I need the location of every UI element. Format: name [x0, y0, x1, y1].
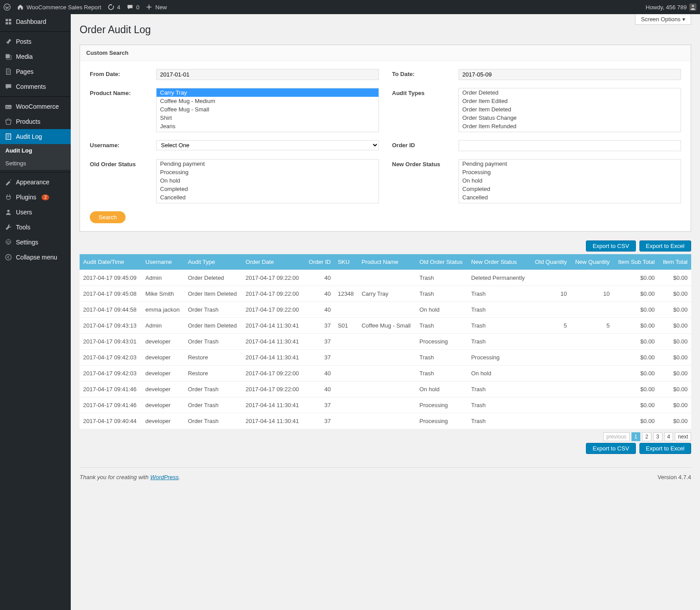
sidebar-item-products[interactable]: Products: [0, 114, 71, 129]
old-status-select[interactable]: Pending paymentProcessingOn holdComplete…: [156, 159, 379, 203]
sidebar-item-users[interactable]: Users: [0, 205, 71, 220]
from-date-input[interactable]: [156, 69, 379, 80]
settings-icon: [4, 238, 12, 246]
cell-tot: $0.00: [658, 302, 691, 318]
appearance-icon: [4, 178, 12, 186]
pager-previous[interactable]: previous: [603, 432, 629, 441]
col-header[interactable]: Old Quantity: [530, 254, 570, 270]
to-date-input[interactable]: [459, 69, 681, 80]
sidebar-item-collapse-menu[interactable]: Collapse menu: [0, 250, 71, 265]
export-csv-button[interactable]: Export to CSV: [586, 240, 635, 252]
col-header[interactable]: Username: [142, 254, 184, 270]
cell-user: Mike Smith: [142, 286, 184, 302]
col-header[interactable]: Old Order Status: [416, 254, 467, 270]
sidebar-item-dashboard[interactable]: Dashboard: [0, 14, 71, 29]
col-header[interactable]: Audit Type: [184, 254, 242, 270]
username-select[interactable]: Select One: [156, 140, 379, 150]
updates-link[interactable]: 4: [107, 4, 120, 11]
pager-page[interactable]: 1: [631, 432, 641, 441]
sidebar-item-settings[interactable]: Settings: [0, 235, 71, 250]
option[interactable]: Order Item Refunded: [459, 122, 681, 130]
option[interactable]: Coffee Mug - Small: [157, 105, 379, 114]
sidebar-item-media[interactable]: Media: [0, 49, 71, 64]
page-title: Order Audit Log: [80, 24, 691, 36]
col-header[interactable]: New Quantity: [570, 254, 613, 270]
search-button[interactable]: Search: [90, 211, 126, 223]
col-header[interactable]: Order Date: [242, 254, 304, 270]
col-header[interactable]: Audit Date/Time: [80, 254, 142, 270]
cell-pname: [358, 350, 416, 366]
wordpress-link[interactable]: WordPress: [150, 474, 179, 480]
site-name-link[interactable]: WooCommerce Sales Report: [17, 4, 101, 11]
option[interactable]: Pending payment: [157, 160, 379, 168]
home-icon: [17, 4, 24, 11]
option[interactable]: Processing: [157, 168, 379, 176]
option[interactable]: Order Item Edited: [459, 97, 681, 105]
pager-page[interactable]: 4: [664, 432, 673, 441]
col-header[interactable]: New Order Status: [467, 254, 530, 270]
cell-dt: 2017-04-17 09:41:46: [80, 397, 142, 413]
cell-sku: [334, 413, 358, 429]
col-header[interactable]: Item Sub Total: [613, 254, 658, 270]
howdy-link[interactable]: Howdy, 456 789: [646, 4, 696, 11]
export-csv-button-bottom[interactable]: Export to CSV: [586, 443, 635, 454]
cell-dt: 2017-04-17 09:42:03: [80, 366, 142, 381]
option[interactable]: Order Item Deleted: [459, 105, 681, 114]
option[interactable]: Pending payment: [459, 160, 681, 168]
option[interactable]: Order Deleted: [459, 88, 681, 97]
submenu-item-settings[interactable]: Settings: [0, 157, 71, 170]
screen-options-toggle[interactable]: Screen Options ▾: [635, 14, 691, 25]
new-link[interactable]: New: [145, 4, 167, 11]
pager-page[interactable]: 3: [653, 432, 662, 441]
sidebar-item-pages[interactable]: Pages: [0, 64, 71, 79]
sidebar-item-plugins[interactable]: Plugins2: [0, 190, 71, 205]
sidebar-item-woocommerce[interactable]: WooWooCommerce: [0, 99, 71, 114]
option[interactable]: Completed: [459, 185, 681, 193]
cell-user: emma jackon: [142, 302, 184, 318]
pager-page[interactable]: 2: [642, 432, 651, 441]
option[interactable]: Carry Tray: [157, 88, 379, 97]
new-status-select[interactable]: Pending paymentProcessingOn holdComplete…: [459, 159, 681, 203]
export-excel-button-bottom[interactable]: Export to Excel: [639, 443, 691, 454]
option[interactable]: Order Status Change: [459, 114, 681, 122]
sidebar-item-tools[interactable]: Tools: [0, 220, 71, 235]
export-excel-button[interactable]: Export to Excel: [639, 240, 691, 252]
option[interactable]: Cancelled: [157, 193, 379, 202]
cell-new: Trash: [467, 397, 530, 413]
option[interactable]: Cancelled: [459, 193, 681, 202]
cell-sub: $0.00: [613, 318, 658, 334]
pager-next[interactable]: next: [675, 432, 691, 441]
product-name-select[interactable]: Carry TrayCoffee Mug - MediumCoffee Mug …: [156, 88, 379, 132]
sidebar-item-posts[interactable]: Posts: [0, 34, 71, 49]
option[interactable]: Completed: [157, 185, 379, 193]
admin-sidebar: DashboardPostsMediaPagesCommentsWooWooCo…: [0, 14, 71, 610]
col-header[interactable]: SKU: [334, 254, 358, 270]
option[interactable]: Coffee Mug - Medium: [157, 97, 379, 105]
submenu-item-audit-log[interactable]: Audit Log: [0, 144, 71, 157]
comments-link[interactable]: 0: [126, 4, 139, 11]
audit-types-select[interactable]: Order DeletedOrder Item EditedOrder Item…: [459, 88, 681, 132]
option[interactable]: Shirt: [157, 114, 379, 122]
cell-pname: [358, 302, 416, 318]
col-header[interactable]: Item Total: [658, 254, 691, 270]
cell-user: Admin: [142, 318, 184, 334]
col-header[interactable]: Product Name: [358, 254, 416, 270]
sidebar-item-audit-log[interactable]: Audit Log: [0, 129, 71, 144]
option[interactable]: Processing: [459, 168, 681, 176]
option[interactable]: On hold: [157, 176, 379, 185]
order-id-input[interactable]: [459, 140, 681, 151]
cell-tot: $0.00: [658, 397, 691, 413]
sidebar-item-appearance[interactable]: Appearance: [0, 175, 71, 190]
col-header[interactable]: Order ID: [304, 254, 334, 270]
option[interactable]: Jeans: [157, 122, 379, 130]
option[interactable]: On hold: [459, 176, 681, 185]
cell-type: Order Deleted: [184, 270, 242, 286]
cell-sku: [334, 270, 358, 286]
tools-icon: [4, 223, 12, 231]
cell-type: Restore: [184, 350, 242, 366]
cell-odate: 2017-04-17 09:22:00: [242, 381, 304, 397]
sidebar-item-comments[interactable]: Comments: [0, 79, 71, 94]
wp-logo[interactable]: [4, 4, 11, 11]
cell-oq: [530, 302, 570, 318]
cell-nq: [570, 413, 613, 429]
